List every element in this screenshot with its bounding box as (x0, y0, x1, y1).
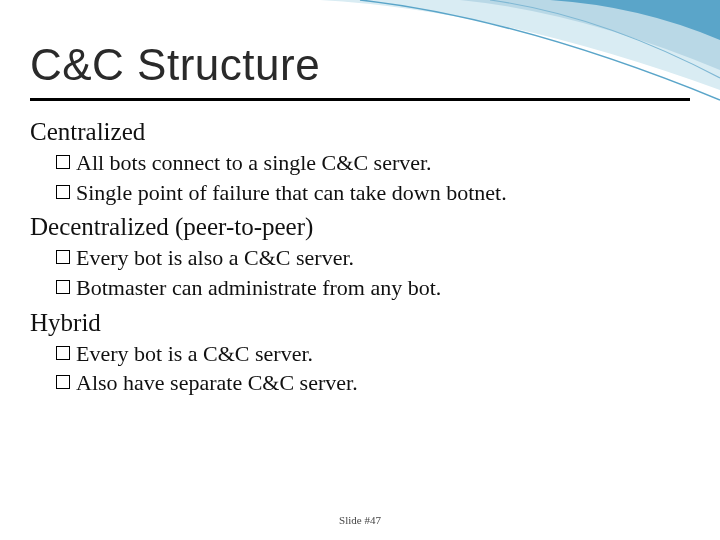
square-bullet-icon (56, 185, 70, 199)
bullet-item: Botmaster can administrate from any bot. (56, 273, 690, 303)
section-heading: Hybrid (30, 309, 690, 337)
slide-title: C&C Structure (30, 40, 320, 90)
square-bullet-icon (56, 280, 70, 294)
bullet-item: Also have separate C&C server. (56, 368, 690, 398)
title-underline (30, 98, 690, 101)
bullet-text: Botmaster can administrate from any bot. (76, 273, 441, 303)
bullet-item: Single point of failure that can take do… (56, 178, 690, 208)
square-bullet-icon (56, 346, 70, 360)
bullet-text: Every bot is a C&C server. (76, 339, 313, 369)
decorative-arcs (320, 0, 720, 120)
slide-number: Slide #47 (0, 514, 720, 526)
bullet-item: Every bot is a C&C server. (56, 339, 690, 369)
bullet-group: Every bot is a C&C server. Also have sep… (56, 339, 690, 398)
bullet-group: All bots connect to a single C&C server.… (56, 148, 690, 207)
square-bullet-icon (56, 155, 70, 169)
section-heading: Centralized (30, 118, 690, 146)
slide-content: Centralized All bots connect to a single… (30, 112, 690, 404)
bullet-text: Also have separate C&C server. (76, 368, 358, 398)
section-heading: Decentralized (peer-to-peer) (30, 213, 690, 241)
bullet-text: Single point of failure that can take do… (76, 178, 507, 208)
bullet-item: All bots connect to a single C&C server. (56, 148, 690, 178)
bullet-group: Every bot is also a C&C server. Botmaste… (56, 243, 690, 302)
square-bullet-icon (56, 375, 70, 389)
bullet-text: All bots connect to a single C&C server. (76, 148, 432, 178)
bullet-item: Every bot is also a C&C server. (56, 243, 690, 273)
bullet-text: Every bot is also a C&C server. (76, 243, 354, 273)
square-bullet-icon (56, 250, 70, 264)
